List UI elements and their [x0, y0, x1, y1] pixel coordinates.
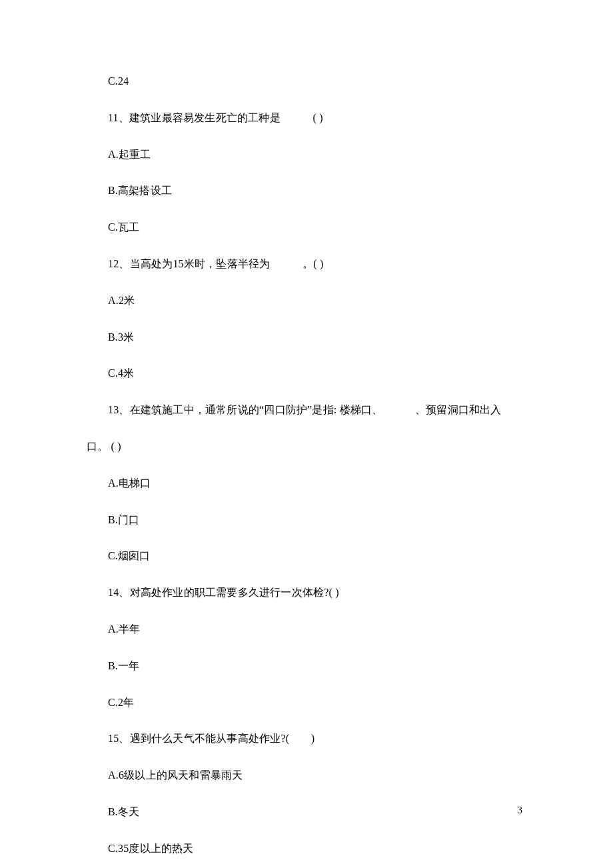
- option-b: B.门口: [87, 513, 526, 527]
- page-number: 3: [518, 805, 523, 816]
- option-a: A.半年: [87, 623, 526, 637]
- question-13-part1: 13、在建筑施工中，通常所说的“四口防护”是指: 楼梯口、 、预留洞口和出入: [87, 403, 526, 417]
- question-15: 15、遇到什么天气不能从事高处作业?( ): [87, 732, 526, 746]
- option-c: C.4米: [87, 367, 526, 381]
- option-a: A.电梯口: [87, 477, 526, 491]
- option-c: C.瓦工: [87, 221, 526, 235]
- option-b: B.一年: [87, 659, 526, 673]
- option-c: C.35度以上的热天: [87, 842, 526, 856]
- option-b: B.3米: [87, 331, 526, 345]
- question-13-part2: 口。 ( ): [87, 440, 526, 454]
- option-c: C.烟囱口: [87, 549, 526, 563]
- question-12: 12、当高处为15米时，坠落半径为 。( ): [87, 257, 526, 271]
- document-page: C.24 11、建筑业最容易发生死亡的工种是 ( ) A.起重工 B.高架搭设工…: [0, 0, 613, 868]
- option-b: B.高架搭设工: [87, 184, 526, 198]
- option-a: A.起重工: [87, 148, 526, 162]
- question-11: 11、建筑业最容易发生死亡的工种是 ( ): [87, 111, 526, 125]
- question-14: 14、对高处作业的职工需要多久进行一次体检?( ): [87, 586, 526, 600]
- option-c: C.2年: [87, 696, 526, 710]
- option-b: B.冬天: [87, 805, 526, 819]
- option-a: A.2米: [87, 294, 526, 308]
- option-a: A.6级以上的风天和雷暴雨天: [87, 769, 526, 783]
- text-line: C.24: [87, 75, 526, 89]
